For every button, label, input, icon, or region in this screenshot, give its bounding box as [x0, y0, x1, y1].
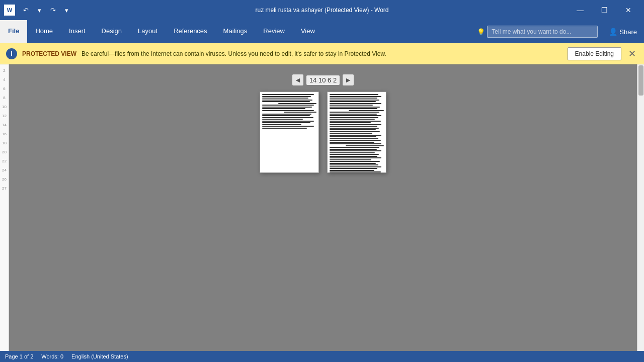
- minimize-button[interactable]: —: [569, 3, 592, 18]
- tab-references[interactable]: References: [166, 20, 215, 43]
- page-count-display: 14 10 6 2: [306, 75, 340, 85]
- page-1-blank: [262, 129, 316, 170]
- word-count: Words: 0: [41, 353, 63, 359]
- ribbon: File Home Insert Design Layout Reference…: [0, 20, 644, 43]
- protected-view-message: Be careful—files from the Internet can c…: [82, 50, 562, 57]
- search-input[interactable]: [487, 26, 598, 38]
- window-title: ruz meli rusta va ashayer (Protected Vie…: [256, 7, 389, 14]
- tab-mailings[interactable]: Mailings: [215, 20, 256, 43]
- language: English (United States): [71, 353, 128, 359]
- close-button[interactable]: ✕: [617, 3, 640, 18]
- ruler-vertical: 2 4 6 8 10 12 14 16 18 20 22 24 26 27: [0, 64, 9, 351]
- enable-editing-button[interactable]: Enable Editing: [568, 47, 621, 60]
- tab-layout[interactable]: Layout: [130, 20, 166, 43]
- protected-view-label: PROTECTED VIEW: [22, 50, 76, 57]
- undo-dropdown[interactable]: ▾: [35, 5, 44, 16]
- pages-container: [260, 92, 386, 173]
- undo-button[interactable]: ↶: [20, 5, 32, 16]
- document-page-1: [260, 92, 319, 173]
- protected-view-icon: i: [6, 48, 17, 59]
- tell-me-search[interactable]: 💡: [477, 20, 598, 43]
- canvas-area: ◄ 14 10 6 2 ►: [9, 64, 637, 351]
- page-info: Page 1 of 2: [5, 353, 33, 359]
- tab-home[interactable]: Home: [27, 20, 61, 43]
- protected-view-bar: i PROTECTED VIEW Be careful—files from t…: [0, 43, 644, 64]
- title-bar-left: W ↶ ▾ ↷ ▾: [4, 5, 71, 16]
- app-icon: W: [4, 5, 15, 16]
- status-bar: Page 1 of 2 Words: 0 English (United Sta…: [0, 351, 644, 362]
- page-1-top-text: [262, 94, 316, 129]
- tab-view[interactable]: View: [293, 20, 323, 43]
- document-page-2: [327, 92, 386, 173]
- page-navigation: ◄ 14 10 6 2 ►: [292, 74, 354, 85]
- share-button[interactable]: 👤 Share: [602, 20, 644, 43]
- tab-design[interactable]: Design: [94, 20, 130, 43]
- title-bar: W ↶ ▾ ↷ ▾ ruz meli rusta va ashayer (Pro…: [0, 0, 644, 20]
- page-2-text: [330, 94, 384, 173]
- redo-button[interactable]: ↷: [47, 5, 59, 16]
- tab-file[interactable]: File: [0, 20, 27, 43]
- scrollbar-thumb[interactable]: [638, 65, 643, 96]
- vertical-scrollbar[interactable]: [637, 64, 644, 351]
- main-area: 2 4 6 8 10 12 14 16 18 20 22 24 26 27 ◄ …: [0, 64, 644, 351]
- window-controls: — ❒ ✕: [569, 3, 640, 18]
- tab-review[interactable]: Review: [255, 20, 293, 43]
- next-page-arrow[interactable]: ►: [343, 74, 354, 85]
- restore-button[interactable]: ❒: [593, 3, 616, 18]
- prev-page-arrow[interactable]: ◄: [292, 74, 303, 85]
- customize-qa[interactable]: ▾: [62, 5, 71, 16]
- tab-insert[interactable]: Insert: [61, 20, 94, 43]
- close-protected-bar-button[interactable]: ✕: [626, 49, 638, 58]
